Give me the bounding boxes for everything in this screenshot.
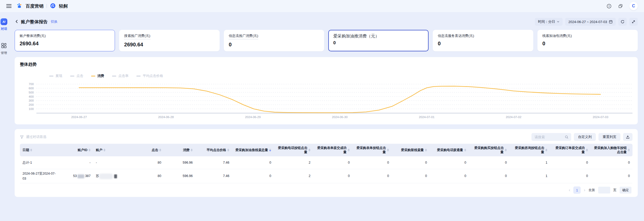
hamburger-menu-icon[interactable] (6, 4, 12, 8)
report-table: 日期账户ID账户点击消费平均点击价格爱采购加油推线索总量爱采购电话按钮点击量爱采… (20, 144, 632, 183)
back-icon[interactable] (15, 19, 19, 24)
column-header-12[interactable]: 爱采购购买按钮点击量 (469, 144, 509, 156)
svg-text:2024-07-02: 2024-07-02 (506, 115, 521, 119)
column-label: 爱采购加入购物车按钮点击量 (593, 146, 627, 155)
svg-text:2024-06-30: 2024-06-30 (332, 115, 348, 119)
reset-column-width-button[interactable]: 重置列宽 (598, 133, 620, 141)
topbar: 百度营销 轻舸 ? C (0, 0, 644, 12)
search-input[interactable] (534, 135, 563, 139)
svg-text:400: 400 (29, 95, 34, 98)
sort-icon[interactable] (505, 149, 507, 151)
refresh-button[interactable] (618, 18, 627, 26)
redaction-blur (100, 174, 112, 178)
sort-icon[interactable] (586, 149, 588, 151)
column-header-10[interactable]: 爱采购留线索量 (392, 144, 430, 156)
legend-item-3[interactable]: 点击率 (112, 74, 129, 78)
sort-icon[interactable] (425, 149, 427, 151)
column-header-9[interactable]: 爱采购表单按钮点击量 (352, 144, 392, 156)
column-header-8[interactable]: 爱采购表单提交成功量 (313, 144, 352, 156)
cell: 80 (132, 156, 164, 169)
sort-icon[interactable] (88, 149, 91, 151)
confirm-page-button[interactable]: 确定 (620, 187, 631, 194)
column-header-2[interactable]: 账户 (93, 144, 132, 156)
column-label: 爱采购加油推线索总量 (235, 148, 268, 152)
column-label: 爱采购订单提交成功量 (553, 146, 585, 155)
prev-page-icon[interactable]: ‹ (569, 188, 570, 192)
sort-icon[interactable] (103, 149, 106, 151)
sort-icon[interactable] (545, 149, 547, 151)
column-header-0[interactable]: 日期 (20, 144, 59, 156)
legend-item-4[interactable]: 平均点击价格 (136, 74, 163, 78)
sort-icon[interactable] (628, 149, 630, 151)
download-button[interactable] (623, 133, 632, 141)
column-header-13[interactable]: 爱采购咨询按钮点击量 (509, 144, 550, 156)
sort-icon[interactable] (269, 149, 271, 151)
cell: 0 (352, 169, 392, 183)
sidebar-item-chat[interactable]: AI 对话 (1, 18, 7, 31)
date-range-picker[interactable]: 2024-06-27 ~ 2024-07-03 (565, 18, 616, 26)
svg-text:500: 500 (29, 91, 34, 94)
windows-overlap-icon[interactable] (618, 3, 623, 9)
next-page-icon[interactable]: › (584, 188, 585, 192)
stat-card-5[interactable]: 线索加油包消费(元)0 (537, 30, 638, 51)
sort-icon[interactable] (191, 149, 193, 151)
sort-icon[interactable] (159, 149, 161, 151)
search-icon[interactable] (565, 135, 569, 139)
customize-columns-button[interactable]: 自定义列 (574, 133, 596, 141)
sidebar-item-label: 管理 (1, 51, 7, 55)
goto-page-input[interactable] (598, 187, 610, 194)
column-header-14[interactable]: 爱采购订单提交成功量 (550, 144, 591, 156)
sort-icon[interactable] (464, 149, 466, 151)
stat-card-2[interactable]: 信息流推广消费(元)0 (224, 30, 324, 51)
column-header-6[interactable]: 爱采购加油推线索总量 (232, 144, 274, 156)
column-header-4[interactable]: 消费 (164, 144, 195, 156)
sort-icon[interactable] (348, 149, 350, 151)
cell: 0 (392, 156, 430, 169)
stat-card-4[interactable]: 信息流服务直达消费(元)0 (433, 30, 533, 51)
funnel-icon (20, 135, 24, 139)
chart-legend: 展现点击消费点击率平均点击价格 (49, 74, 632, 78)
stat-card-value: 2690.64 (124, 42, 214, 48)
legend-item-0[interactable]: 展现 (49, 74, 62, 78)
legend-item-2[interactable]: 消费 (91, 74, 104, 78)
stat-card-3[interactable]: 爱采购加油推消费（元）0 (328, 30, 429, 51)
sort-icon[interactable] (30, 149, 32, 151)
collapse-button[interactable] (629, 18, 638, 26)
sort-icon[interactable] (227, 149, 229, 151)
sidebar-item-manage[interactable]: 管理 (1, 43, 7, 55)
cell: 596.96 (164, 169, 195, 183)
help-icon[interactable]: ? (606, 3, 612, 9)
cell: 苏 (93, 169, 132, 183)
column-label: 账户 (96, 148, 102, 152)
page-unit-label: 页 (613, 188, 617, 192)
column-header-7[interactable]: 爱采购电话按钮点击量 (274, 144, 313, 156)
chart-title: 整体趋势 (20, 62, 632, 67)
cell: 1 (509, 156, 550, 169)
time-granularity-dropdown[interactable]: 时间：分日 (535, 18, 563, 26)
current-page-button[interactable]: 1 (573, 186, 581, 194)
conversation-filter-button[interactable]: 通过对话筛选 (20, 135, 46, 139)
column-header-1[interactable]: 账户ID (59, 144, 93, 156)
switch-report-link[interactable]: 切换 (51, 19, 58, 24)
stat-card-1[interactable]: 搜索推广消费(元)2690.64 (119, 30, 219, 51)
column-header-5[interactable]: 平均点击价格 (195, 144, 232, 156)
column-header-15[interactable]: 爱采购加入购物车按钮点击量 (591, 144, 632, 156)
column-label: 点击 (152, 148, 158, 152)
sort-icon[interactable] (387, 149, 389, 151)
stat-cards: 账户整体消费(元)2690.64搜索推广消费(元)2690.64信息流推广消费(… (15, 30, 638, 51)
stat-card-0[interactable]: 账户整体消费(元)2690.64 (15, 30, 115, 51)
column-label: 爱采购购买按钮点击量 (471, 146, 504, 155)
column-label: 爱采购咨询按钮点击量 (512, 146, 544, 155)
legend-item-1[interactable]: 点击 (70, 74, 83, 78)
column-header-11[interactable]: 爱采购电话拨通量 (430, 144, 469, 156)
legend-dash-icon (49, 76, 53, 76)
column-header-3[interactable]: 点击 (132, 144, 164, 156)
user-avatar[interactable]: C (629, 2, 638, 10)
svg-text:100: 100 (29, 107, 34, 110)
cell: 0 (352, 156, 392, 169)
stat-card-value: 0 (333, 40, 424, 46)
column-label: 爱采购留线索量 (401, 148, 424, 152)
svg-text:2024-06-27: 2024-06-27 (71, 115, 87, 119)
sort-icon[interactable] (308, 149, 310, 151)
cell: 0 (550, 169, 591, 183)
